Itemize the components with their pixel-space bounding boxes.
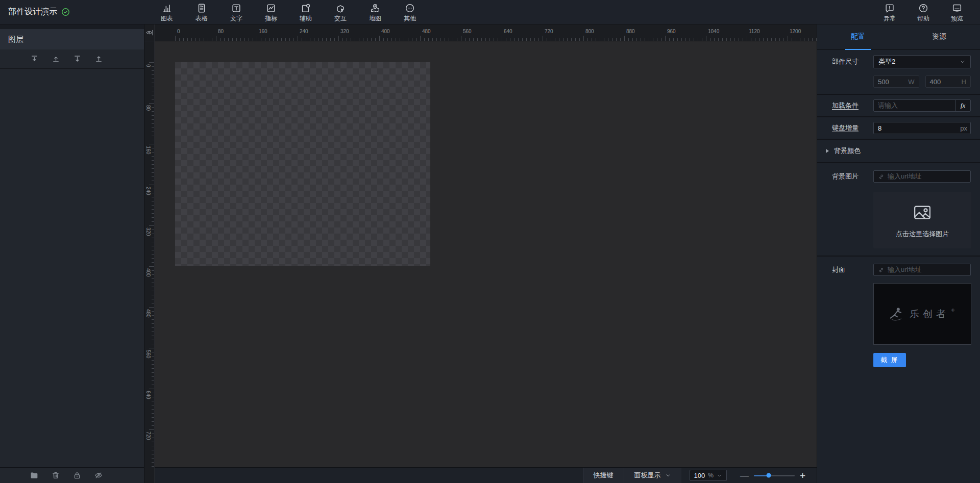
ruler-tick — [152, 397, 154, 397]
tool-label: 预览 — [951, 14, 963, 23]
tool-indicator[interactable]: 指标 — [254, 2, 288, 23]
cover-url-placeholder: 输入url地址 — [888, 265, 921, 274]
background-image-url-input[interactable]: 输入url地址 — [874, 171, 970, 182]
assist-icon — [300, 3, 311, 14]
panel-display-dropdown[interactable]: 面板显示 — [624, 468, 681, 483]
brand-figure-icon — [888, 306, 905, 323]
shortcuts-button[interactable]: 快捷键 — [583, 468, 624, 483]
load-condition-input[interactable]: 请输入 — [874, 100, 955, 111]
ruler-tick — [461, 36, 461, 41]
horizontal-ruler[interactable]: 0801602403204004805606407208008809601040… — [155, 24, 817, 41]
ruler-tick — [152, 87, 154, 87]
ruler-tick — [592, 38, 592, 41]
tool-interact[interactable]: 交互 — [323, 2, 358, 23]
tool-preview[interactable]: 预览 — [940, 2, 974, 23]
tool-table[interactable]: 表格 — [184, 2, 219, 23]
link-icon — [878, 173, 885, 180]
vertical-ruler[interactable]: 080160240320400480560640720 — [144, 41, 154, 483]
background-color-label: 背景颜色 — [834, 146, 861, 156]
tool-other[interactable]: 其他 — [393, 2, 427, 23]
layer-to-bottom-button[interactable] — [72, 54, 82, 64]
size-type-select[interactable]: 类型2 — [873, 55, 971, 68]
ruler-tick — [347, 38, 347, 41]
hide-button[interactable] — [94, 471, 103, 480]
ruler-tick — [152, 83, 154, 83]
ruler-tick — [152, 332, 154, 332]
ruler-tick — [152, 238, 154, 238]
chevron-down-icon — [960, 59, 966, 65]
tab-config[interactable]: 配置 — [817, 24, 899, 49]
ruler-tick — [624, 36, 625, 41]
guides-toggle[interactable] — [144, 24, 154, 41]
load-condition-placeholder: 请输入 — [878, 101, 898, 110]
ruler-tick — [149, 103, 154, 104]
zoom-slider-handle[interactable] — [767, 473, 771, 478]
exception-icon — [884, 3, 895, 14]
ruler-tick — [253, 38, 253, 41]
ruler-tick — [152, 136, 154, 136]
ruler-tick — [694, 38, 694, 41]
ruler-tick — [436, 38, 437, 41]
zoom-in-button[interactable]: + — [800, 471, 805, 480]
tab-resources[interactable]: 资源 — [899, 24, 980, 49]
ruler-tick — [152, 340, 154, 340]
zoom-level-dropdown[interactable]: 100 % — [690, 470, 727, 481]
keyboard-increment-label[interactable]: 键盘增量 — [832, 123, 873, 133]
layer-move-up-button[interactable] — [51, 54, 61, 64]
cover-label: 封面 — [832, 265, 873, 274]
ruler-tick — [152, 385, 154, 385]
tool-text[interactable]: 文字 — [219, 2, 254, 23]
layer-move-down-icon — [30, 54, 39, 64]
background-image-picker[interactable]: 点击这里选择图片 — [873, 192, 971, 248]
ruler-tick — [261, 38, 261, 41]
cover-url-input[interactable]: 输入url地址 — [874, 264, 970, 275]
layer-move-down-button[interactable] — [30, 54, 39, 64]
layers-title: 图层 — [8, 35, 23, 44]
ruler-tick — [152, 172, 154, 173]
screenshot-button[interactable]: 截 屏 — [873, 353, 906, 367]
ruler-tick — [152, 99, 154, 99]
canvas-viewport[interactable] — [155, 41, 817, 467]
tool-label: 文字 — [230, 14, 242, 23]
background-color-collapse[interactable]: 背景颜色 — [832, 145, 971, 157]
tool-assist[interactable]: 辅助 — [288, 2, 323, 23]
ruler-tick — [432, 38, 433, 41]
tab-label: 配置 — [851, 32, 865, 41]
ruler-tick — [359, 38, 359, 41]
fx-expression-button[interactable]: fx — [955, 100, 970, 111]
arrow-right-icon — [826, 149, 829, 153]
group-folder-button[interactable] — [30, 471, 39, 480]
ruler-tick — [506, 38, 506, 41]
tool-chart[interactable]: 图表 — [150, 2, 184, 23]
ruler-tick — [281, 38, 282, 41]
ruler-tick — [457, 38, 457, 41]
tool-exception[interactable]: 异常 — [873, 2, 906, 23]
cover-preview[interactable]: 乐创者 ® — [873, 283, 971, 345]
ruler-label: 0 — [177, 29, 180, 34]
keyboard-increment-input[interactable]: 8 — [874, 122, 957, 134]
lock-button[interactable] — [72, 471, 82, 480]
ruler-tick — [775, 38, 776, 41]
tool-map[interactable]: 地图 — [358, 2, 393, 23]
layer-move-up-icon — [51, 54, 61, 64]
ruler-tick — [322, 38, 323, 41]
ruler-tick — [152, 262, 154, 263]
artboard-transparent-checker[interactable] — [175, 62, 430, 266]
delete-button[interactable] — [51, 471, 60, 480]
zoom-slider[interactable] — [754, 475, 795, 476]
tool-help[interactable]: 帮助 — [906, 2, 940, 23]
ruler-tick — [445, 38, 445, 41]
width-field[interactable]: 500 W — [873, 75, 919, 88]
ruler-tick — [191, 38, 192, 41]
ruler-tick — [547, 38, 547, 41]
ruler-tick — [152, 319, 154, 320]
layer-to-top-button[interactable] — [94, 54, 104, 64]
layers-list[interactable] — [0, 69, 144, 467]
height-field[interactable]: 400 H — [925, 75, 971, 88]
zoom-out-button[interactable]: — — [740, 471, 749, 480]
ruler-tick — [152, 74, 154, 75]
load-condition-label[interactable]: 加载条件 — [832, 101, 873, 110]
ruler-tick — [608, 38, 608, 41]
ruler-tick — [152, 274, 154, 275]
ruler-tick — [665, 36, 666, 41]
